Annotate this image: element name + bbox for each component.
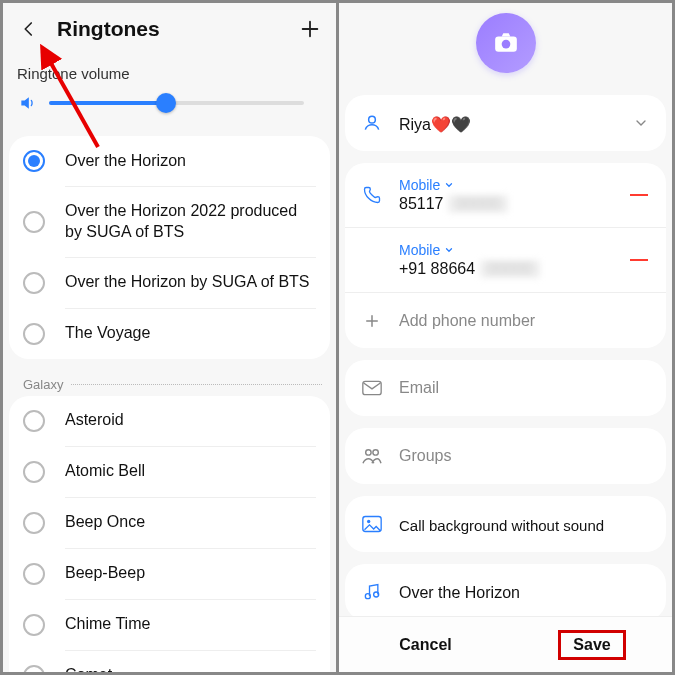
call-bg-label: Call background without sound (399, 517, 650, 534)
radio[interactable] (23, 211, 45, 233)
radio-selected[interactable] (23, 150, 45, 172)
camera-icon (493, 32, 519, 54)
minus-icon (630, 194, 648, 196)
contact-avatar[interactable] (476, 13, 536, 73)
ringtone-item[interactable]: Over the Horizon by SUGA of BTS (9, 258, 330, 308)
remove-phone-button[interactable] (628, 194, 650, 196)
ringtone-label: Beep Once (65, 512, 145, 533)
svg-point-3 (369, 116, 376, 123)
volume-slider[interactable] (49, 101, 304, 105)
radio[interactable] (23, 410, 45, 432)
cancel-button[interactable]: Cancel (385, 630, 465, 660)
contact-avatar-section (339, 3, 672, 95)
ringtone-label: Over the Horizon by SUGA of BTS (65, 272, 310, 293)
ringtone-label: Over the Horizon (65, 151, 186, 172)
radio[interactable] (23, 512, 45, 534)
ringtone-label: Chime Time (65, 614, 150, 635)
svg-point-8 (367, 520, 370, 523)
groups-card: Groups (345, 428, 666, 484)
radio[interactable] (23, 563, 45, 585)
radio[interactable] (23, 272, 45, 294)
ringtone-list: Over the Horizon Over the Horizon 2022 p… (3, 136, 336, 672)
radio[interactable] (23, 461, 45, 483)
volume-section-title: Ringtone volume (3, 45, 336, 86)
ringtone-item[interactable]: Over the Horizon 2022 produced by SUGA o… (9, 187, 330, 257)
ringtone-label: Asteroid (65, 410, 124, 431)
svg-point-2 (501, 40, 510, 49)
phone-card: Mobile 85117 00000 Mobile (345, 163, 666, 348)
ringtone-label: Beep-Beep (65, 563, 145, 584)
svg-point-5 (366, 450, 371, 455)
ringtone-card: Over the Horizon (345, 564, 666, 616)
add-ringtone-button[interactable] (298, 17, 322, 41)
people-icon (361, 447, 383, 465)
radio[interactable] (23, 665, 45, 672)
ringtone-item[interactable]: Chime Time (9, 600, 330, 650)
person-icon (361, 113, 383, 133)
email-row[interactable]: Email (345, 360, 666, 416)
call-bg-card: Call background without sound (345, 496, 666, 552)
radio[interactable] (23, 614, 45, 636)
add-phone-row[interactable]: Add phone number (345, 292, 666, 348)
chevron-left-icon (20, 20, 38, 38)
contact-ringtone-label: Over the Horizon (399, 584, 650, 602)
phone-row[interactable]: Mobile 85117 00000 (345, 163, 666, 227)
ringtone-label: Atomic Bell (65, 461, 145, 482)
slider-thumb[interactable] (156, 93, 176, 113)
ringtone-card-top: Over the Horizon Over the Horizon 2022 p… (9, 136, 330, 359)
chevron-down-icon (444, 180, 454, 190)
volume-icon (17, 92, 39, 114)
back-button[interactable] (17, 17, 41, 41)
phone-icon (361, 185, 383, 205)
svg-point-6 (373, 450, 378, 455)
ringtone-card-bottom: Asteroid Atomic Bell Beep Once Beep-Beep… (9, 396, 330, 672)
contact-ringtone-row[interactable]: Over the Horizon (345, 564, 666, 616)
phone-row[interactable]: Mobile +91 88664 00000 (345, 227, 666, 292)
footer-actions: Cancel Save (339, 616, 672, 672)
ringtone-item[interactable]: Beep-Beep (9, 549, 330, 599)
contact-edit-pane: Riya❤️🖤 Mobile 85117 00000 (339, 3, 672, 672)
ringtones-pane: Ringtones Ringtone volume Over the Horiz… (3, 3, 336, 672)
phone-value: +91 88664 00000 (399, 260, 612, 278)
ringtone-item[interactable]: Atomic Bell (9, 447, 330, 497)
phone-type-dropdown[interactable]: Mobile (399, 177, 612, 193)
ringtone-label: Comet (65, 665, 112, 672)
email-placeholder: Email (399, 379, 650, 397)
plus-icon (361, 312, 383, 330)
category-label: Galaxy (23, 377, 63, 392)
email-card: Email (345, 360, 666, 416)
plus-icon (299, 18, 321, 40)
ringtone-item[interactable]: The Voyage (9, 309, 330, 359)
phone-type-dropdown[interactable]: Mobile (399, 242, 612, 258)
ringtone-item[interactable]: Asteroid (9, 396, 330, 446)
groups-placeholder: Groups (399, 447, 650, 465)
chevron-down-icon (444, 245, 454, 255)
minus-icon (630, 259, 648, 261)
contact-name: Riya❤️🖤 (399, 115, 616, 134)
ringtone-category: Galaxy (3, 373, 336, 396)
ringtone-label: Over the Horizon 2022 produced by SUGA o… (65, 201, 316, 243)
name-row[interactable]: Riya❤️🖤 (345, 95, 666, 151)
phone-value: 85117 00000 (399, 195, 612, 213)
slider-fill (49, 101, 166, 105)
svg-rect-4 (363, 381, 381, 394)
mail-icon (361, 380, 383, 396)
svg-point-9 (365, 594, 370, 599)
ringtone-item[interactable]: Comet (9, 651, 330, 672)
add-phone-label: Add phone number (399, 312, 650, 330)
ringtones-header: Ringtones (3, 3, 336, 45)
call-bg-row[interactable]: Call background without sound (345, 496, 666, 552)
page-title: Ringtones (57, 17, 298, 41)
radio[interactable] (23, 323, 45, 345)
ringtone-label: The Voyage (65, 323, 150, 344)
ringtone-item[interactable]: Beep Once (9, 498, 330, 548)
remove-phone-button[interactable] (628, 259, 650, 261)
chevron-down-icon[interactable] (632, 115, 650, 131)
volume-slider-row (3, 86, 336, 136)
groups-row[interactable]: Groups (345, 428, 666, 484)
name-card: Riya❤️🖤 (345, 95, 666, 151)
image-icon (361, 515, 383, 533)
save-button[interactable]: Save (558, 630, 625, 660)
ringtone-item[interactable]: Over the Horizon (9, 136, 330, 186)
music-icon (361, 582, 383, 602)
